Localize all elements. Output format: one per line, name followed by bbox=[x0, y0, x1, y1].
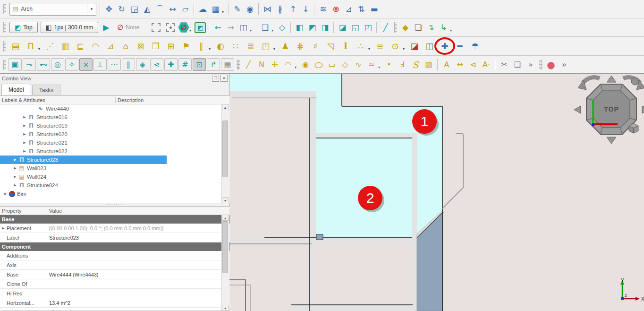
arch-pipe-icon[interactable]: ⊙ bbox=[388, 40, 403, 52]
dropdown-arrow-icon[interactable]: ▾ bbox=[250, 21, 254, 34]
arch-add-component-icon[interactable]: ✚ bbox=[437, 40, 452, 52]
draft-flip-dimension-icon[interactable]: ⇅ bbox=[355, 3, 368, 15]
arch-equipment-icon[interactable]: ♟ bbox=[278, 40, 293, 52]
snap-parallel-icon[interactable]: ∥ bbox=[122, 58, 135, 71]
tab-model[interactable]: Model bbox=[1, 84, 31, 95]
tree-item-bim[interactable]: ▶Bim bbox=[0, 190, 229, 198]
toolbar-handle[interactable] bbox=[539, 60, 542, 70]
view-axonometric-icon[interactable]: ◇ bbox=[276, 21, 288, 34]
draft-split-icon[interactable]: ∦ bbox=[274, 3, 287, 15]
draft-remove-point-icon[interactable]: ⊗ bbox=[330, 3, 342, 15]
view-right-icon[interactable]: ◨ bbox=[319, 21, 331, 34]
arch-structure-icon[interactable]: Π bbox=[23, 40, 38, 52]
draft-array-icon[interactable]: ▦ bbox=[209, 3, 222, 15]
expander-icon[interactable]: ▶ bbox=[22, 124, 27, 128]
toolbar-handle[interactable] bbox=[3, 4, 6, 14]
navigation-style-icon[interactable]: ◩ bbox=[195, 22, 206, 33]
toolbar-handle[interactable] bbox=[3, 22, 6, 33]
draft-polygon-icon[interactable]: ◇ bbox=[339, 59, 352, 71]
construction-mode-icon[interactable]: ▶ bbox=[100, 21, 112, 34]
scroll-up-arrow[interactable]: ▲ bbox=[222, 215, 229, 221]
view-forward-icon[interactable]: → bbox=[224, 21, 237, 34]
tree-item-structure016[interactable]: ▶ΠStructure016 bbox=[0, 113, 229, 121]
draft-shape2dview-icon[interactable]: ≋ bbox=[317, 3, 330, 15]
draft-trimex-icon[interactable]: ↔ bbox=[166, 3, 179, 15]
view-fit-all-icon[interactable]: ◫ bbox=[237, 21, 250, 34]
draft-offset-icon[interactable]: ⌒ bbox=[153, 3, 166, 15]
measure-distance-icon[interactable]: ╱ bbox=[379, 21, 392, 34]
view-rear-icon[interactable]: ◪ bbox=[336, 21, 349, 34]
arch-curtain-wall-icon[interactable]: ▥ bbox=[58, 40, 73, 52]
toolbar-handle[interactable] bbox=[3, 41, 6, 52]
property-value-cell[interactable]: 13.4 m^2 bbox=[47, 300, 229, 306]
dropdown-arrow-icon[interactable]: ▾ bbox=[189, 21, 194, 34]
snap-endpoint-icon[interactable]: ⊸ bbox=[23, 58, 36, 71]
arch-remove-component-icon[interactable]: ━ bbox=[452, 40, 467, 52]
draft-bspline-icon[interactable]: ∿ bbox=[352, 59, 365, 71]
toolbar-overflow-icon[interactable]: » bbox=[524, 59, 537, 71]
dropdown-arrow-icon[interactable]: ▾ bbox=[38, 40, 42, 52]
arch-schedule-icon[interactable]: ≡ bbox=[373, 40, 388, 52]
view-back-icon[interactable]: ← bbox=[212, 21, 224, 34]
arch-site-icon[interactable]: ⊠ bbox=[133, 40, 148, 52]
open-folder-icon[interactable]: ❏ bbox=[412, 21, 424, 34]
dropdown-arrow-icon[interactable]: ▾ bbox=[295, 58, 299, 71]
draft-text-icon[interactable]: A bbox=[440, 59, 453, 71]
arch-truss-icon[interactable]: ◹ bbox=[323, 40, 338, 52]
draft-mirror-icon[interactable]: ◭ bbox=[141, 3, 153, 15]
expander-icon[interactable]: ▶ bbox=[12, 158, 18, 162]
3d-viewport[interactable]: TOP 1 2 bbox=[229, 74, 644, 311]
arch-marker-icon[interactable]: ⚑ bbox=[178, 40, 194, 52]
arch-building-part-icon[interactable]: ⊑ bbox=[73, 40, 88, 52]
new-document-icon[interactable]: ◆ bbox=[399, 21, 412, 34]
dropdown-arrow-icon[interactable]: ▾ bbox=[403, 40, 407, 52]
arch-wall-icon[interactable]: ▤ bbox=[8, 40, 23, 52]
draft-downgrade-icon[interactable]: ↓ bbox=[299, 3, 312, 15]
expander-icon[interactable]: ▶ bbox=[0, 226, 7, 230]
dropdown-arrow-icon[interactable]: ▾ bbox=[378, 58, 382, 71]
tree-scrollbar[interactable]: ▲ ▼ bbox=[221, 104, 229, 203]
arch-cut-with-plane-icon[interactable]: ◪ bbox=[407, 40, 422, 52]
nav-cube-top-label[interactable]: TOP bbox=[604, 105, 619, 113]
draft-hatch-icon[interactable]: ▨ bbox=[422, 59, 435, 71]
draft-fillet-icon[interactable]: ✢ bbox=[268, 59, 281, 71]
arch-reference-icon[interactable]: ❐ bbox=[148, 40, 163, 52]
snap-working-plane-icon[interactable]: ⊡ bbox=[193, 58, 206, 71]
arch-panel-icon[interactable]: ◳ bbox=[258, 40, 273, 52]
arch-axis-system-icon[interactable]: ∷ bbox=[228, 40, 243, 52]
draft-wire-icon[interactable]: N bbox=[255, 59, 268, 71]
snap-angle-icon[interactable]: ✧ bbox=[65, 58, 78, 71]
tilt-right-arrow[interactable] bbox=[642, 106, 644, 113]
arch-material-icon[interactable]: ∴ bbox=[353, 40, 368, 52]
close-panel-button[interactable]: ✕ bbox=[220, 75, 228, 82]
draft-upgrade-icon[interactable]: ↑ bbox=[287, 3, 299, 15]
tree-item-structure021[interactable]: ▶ΠStructure021 bbox=[0, 138, 229, 147]
arch-column-icon[interactable]: ⋕ bbox=[293, 40, 308, 52]
tree-item-wall024[interactable]: ▶▤Wall024 bbox=[0, 173, 229, 181]
box-selection-icon[interactable] bbox=[166, 23, 175, 32]
snap-special-icon[interactable]: ◈ bbox=[136, 58, 149, 71]
dropdown-arrow-icon[interactable]: ▾ bbox=[222, 3, 226, 16]
draft-arc-icon[interactable]: ◠ bbox=[281, 59, 295, 71]
toolbar-handle[interactable] bbox=[237, 60, 240, 70]
draft-point-icon[interactable]: • bbox=[382, 59, 396, 71]
box-element-selection-icon[interactable] bbox=[152, 23, 161, 32]
arch-window-icon[interactable]: ⊞ bbox=[163, 40, 178, 52]
macro-record-icon[interactable]: ● bbox=[544, 59, 558, 71]
tree-item-structure022[interactable]: ▶ΠStructure022 bbox=[0, 147, 229, 156]
tab-tasks[interactable]: Tasks bbox=[32, 85, 61, 95]
expander-icon[interactable]: ▶ bbox=[22, 149, 27, 153]
snap-center-icon[interactable]: ◎ bbox=[51, 58, 64, 71]
draft-slope-icon[interactable]: ⊿ bbox=[342, 3, 355, 15]
import-file-icon[interactable]: ↴ bbox=[424, 21, 437, 34]
view-left-icon[interactable]: ◰ bbox=[362, 21, 374, 34]
arch-survey-icon[interactable]: ☂ bbox=[467, 40, 483, 52]
clip-plane-toggle-icon[interactable]: ∅ bbox=[178, 22, 189, 33]
draft-bezier-icon[interactable]: ≈ bbox=[365, 59, 378, 71]
snap-near-icon[interactable]: ⋖ bbox=[150, 58, 163, 71]
dropdown-arrow-icon[interactable]: ▾ bbox=[209, 40, 213, 52]
dropdown-arrow-icon[interactable]: ▾ bbox=[271, 21, 276, 34]
scroll-down-arrow[interactable]: ▼ bbox=[222, 305, 229, 311]
arch-roof-icon[interactable]: ⊿ bbox=[103, 40, 118, 52]
property-value-cell[interactable]: [(0.00 0.00 1.00); 0.0 °; (0.0 mm 0.0 mm… bbox=[47, 225, 229, 231]
